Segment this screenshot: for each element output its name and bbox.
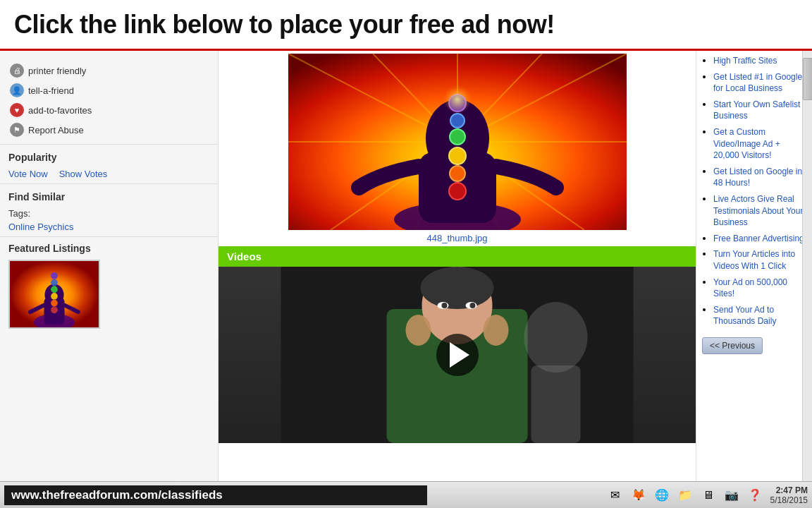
- main-image: [288, 54, 627, 230]
- taskbar: www.thefreeadforum.com/classifieds ✉ 🦊 🌐…: [0, 481, 812, 508]
- taskbar-camera-icon[interactable]: 📷: [721, 485, 742, 505]
- ad-list: High Traffic Sites Get Listed #1 in Goog…: [702, 55, 806, 327]
- chakra-main-svg: [288, 54, 627, 230]
- ad-link-8[interactable]: Your Ad on 500,000 Sites!: [713, 277, 787, 299]
- ad-link-5[interactable]: Live Actors Give Real Testimonials About…: [713, 194, 803, 227]
- taskbar-browser-icon[interactable]: 🖥: [698, 485, 719, 505]
- videos-header: Videos: [219, 246, 696, 267]
- flag-icon: ⚑: [10, 123, 24, 137]
- ad-link-0[interactable]: High Traffic Sites: [713, 56, 777, 66]
- banner-text: Click the link below to place your free …: [14, 10, 555, 40]
- ad-link-4[interactable]: Get Listed on Google in 48 Hours!: [713, 167, 802, 188]
- actions-section: 🖨 printer friendly 👤 tell-a-friend ♥ add…: [0, 56, 218, 145]
- report-abuse-item[interactable]: ⚑ Report Abuse: [8, 120, 209, 140]
- report-abuse-label: Report Abuse: [28, 125, 84, 135]
- taskbar-mail-icon[interactable]: ✉: [605, 485, 626, 505]
- left-sidebar: 🖨 printer friendly 👤 tell-a-friend ♥ add…: [0, 51, 219, 508]
- ad-link-3[interactable]: Get a Custom Video/Image Ad + 20,000 Vis…: [713, 127, 780, 160]
- svg-point-6: [51, 286, 58, 293]
- play-triangle: [450, 342, 469, 368]
- add-favorites-item[interactable]: ♥ add-to-favorites: [8, 100, 209, 120]
- ad-link-2[interactable]: Start Your Own Safelist Business: [713, 99, 800, 121]
- ad-item-5: Live Actors Give Real Testimonials About…: [713, 193, 806, 229]
- vote-links: Vote Now Show Votes: [8, 169, 209, 179]
- svg-point-38: [484, 315, 509, 346]
- svg-point-5: [51, 279, 58, 286]
- person-icon: 👤: [10, 83, 24, 97]
- svg-point-29: [450, 129, 465, 145]
- scrollbar-track[interactable]: [802, 51, 812, 481]
- ad-link-1[interactable]: Get Listed #1 in Google for Local Busine…: [713, 72, 802, 94]
- videos-section: Videos Live Psychics Online Now for 1-on…: [219, 246, 696, 508]
- taskbar-icons: ✉ 🦊 🌐 📁 🖥 📷 ❓ 2:47 PM 5/18/2015: [605, 485, 808, 505]
- svg-point-32: [449, 183, 466, 200]
- ad-item-2: Start Your Own Safelist Business: [713, 99, 806, 122]
- popularity-section: Popularity Vote Now Show Votes: [0, 145, 218, 184]
- svg-point-4: [51, 272, 58, 279]
- video-container: Live Psychics Online Now for 1-on-1 Read…: [219, 267, 696, 443]
- taskbar-ie-icon[interactable]: 🌐: [651, 485, 672, 505]
- taskbar-clock: 2:47 PM: [770, 485, 808, 495]
- svg-point-28: [450, 114, 465, 128]
- printer-friendly-item[interactable]: 🖨 printer friendly: [8, 61, 209, 80]
- taskbar-firefox-icon[interactable]: 🦊: [628, 485, 649, 505]
- ad-item-0: High Traffic Sites: [713, 55, 806, 67]
- printer-icon: 🖨: [10, 64, 24, 78]
- taskbar-folder-icon[interactable]: 📁: [675, 485, 696, 505]
- taskbar-date: 5/18/2015: [770, 495, 808, 505]
- svg-point-31: [450, 166, 465, 181]
- ad-item-6: Free Banner Advertising: [713, 233, 806, 245]
- find-similar-section: Find Similar Tags: Online Psychics: [0, 184, 218, 237]
- main-container: 🖨 printer friendly 👤 tell-a-friend ♥ add…: [0, 51, 812, 508]
- image-filename[interactable]: 448_thumb.jpg: [426, 233, 487, 243]
- svg-point-44: [524, 302, 588, 373]
- tags-label: Tags:: [8, 208, 209, 219]
- add-favorites-label: add-to-favorites: [28, 105, 92, 116]
- image-area: 448_thumb.jpg: [219, 51, 696, 246]
- tell-a-friend-label: tell-a-friend: [28, 85, 74, 96]
- ad-item-8: Your Ad on 500,000 Sites!: [713, 277, 806, 300]
- svg-point-33: [443, 85, 472, 114]
- ad-item-3: Get a Custom Video/Image Ad + 20,000 Vis…: [713, 126, 806, 162]
- center-content: 448_thumb.jpg Videos Live Psychics Onlin…: [219, 51, 696, 508]
- ad-item-4: Get Listed on Google in 48 Hours!: [713, 166, 806, 189]
- vote-now-link[interactable]: Vote Now: [8, 169, 48, 179]
- taskbar-time: 2:47 PM 5/18/2015: [770, 485, 808, 505]
- ad-link-6[interactable]: Free Banner Advertising: [713, 234, 804, 243]
- svg-point-37: [406, 315, 431, 346]
- svg-point-8: [51, 300, 58, 307]
- featured-thumbnail[interactable]: [8, 260, 100, 329]
- svg-point-42: [442, 303, 448, 308]
- prev-button[interactable]: << Previous: [702, 337, 763, 354]
- featured-title: Featured Listings: [8, 243, 209, 254]
- scrollbar-thumb[interactable]: [803, 58, 812, 100]
- find-similar-title: Find Similar: [8, 191, 209, 202]
- online-psychics-tag[interactable]: Online Psychics: [8, 222, 73, 232]
- ad-item-1: Get Listed #1 in Google for Local Busine…: [713, 71, 806, 95]
- svg-point-39: [421, 267, 494, 309]
- ad-item-9: Send Your Ad to Thousands Daily: [713, 304, 806, 327]
- tell-a-friend-item[interactable]: 👤 tell-a-friend: [8, 80, 209, 100]
- popularity-title: Popularity: [8, 152, 209, 163]
- right-sidebar: High Traffic Sites Get Listed #1 in Goog…: [696, 51, 812, 508]
- taskbar-url: www.thefreeadforum.com/classifieds: [4, 485, 427, 505]
- heart-icon: ♥: [10, 103, 24, 117]
- featured-chakra-image: [10, 260, 99, 329]
- video-play-button[interactable]: [436, 334, 479, 376]
- svg-rect-45: [531, 365, 581, 443]
- ad-link-9[interactable]: Send Your Ad to Thousands Daily: [713, 305, 776, 327]
- svg-point-9: [51, 306, 58, 313]
- printer-friendly-label: printer friendly: [28, 66, 86, 76]
- svg-point-7: [51, 293, 58, 300]
- ad-item-7: Turn Your Articles into Videos With 1 Cl…: [713, 248, 806, 272]
- svg-point-43: [470, 303, 476, 308]
- ad-link-7[interactable]: Turn Your Articles into Videos With 1 Cl…: [713, 249, 795, 271]
- show-votes-link[interactable]: Show Votes: [59, 169, 108, 179]
- featured-section: Featured Listings: [0, 237, 218, 334]
- svg-point-30: [449, 147, 466, 164]
- top-banner: Click the link below to place your free …: [0, 0, 812, 51]
- taskbar-help-icon[interactable]: ❓: [744, 485, 765, 505]
